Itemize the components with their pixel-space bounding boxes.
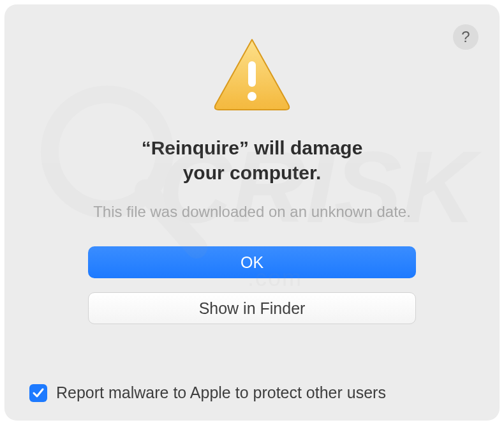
warning-triangle-icon: [211, 36, 293, 112]
ok-button-label: OK: [241, 253, 263, 272]
ok-button[interactable]: OK: [88, 246, 416, 278]
button-group: OK Show in Finder: [5, 246, 499, 324]
help-button[interactable]: ?: [453, 24, 478, 50]
help-icon: ?: [461, 28, 470, 46]
alert-subtitle-text: This file was downloaded on an unknown d…: [37, 203, 467, 221]
show-in-finder-button[interactable]: Show in Finder: [88, 292, 416, 324]
warning-icon-container: [5, 36, 499, 112]
checkmark-icon: [32, 387, 45, 399]
alert-subtitle: This file was downloaded on an unknown d…: [5, 203, 499, 221]
svg-point-5: [248, 92, 256, 101]
alert-title-line2: your computer.: [37, 160, 467, 185]
gatekeeper-alert-dialog: CRISK .com ? “Reinquire” will damage yo: [5, 5, 499, 420]
report-malware-label: Report malware to Apple to protect other…: [56, 384, 386, 402]
svg-rect-4: [248, 61, 256, 87]
alert-title: “Reinquire” will damage your computer.: [5, 135, 499, 185]
report-malware-checkbox[interactable]: [29, 384, 47, 402]
report-malware-row: Report malware to Apple to protect other…: [29, 384, 475, 402]
show-in-finder-label: Show in Finder: [199, 299, 306, 318]
alert-title-line1: “Reinquire” will damage: [37, 135, 467, 160]
